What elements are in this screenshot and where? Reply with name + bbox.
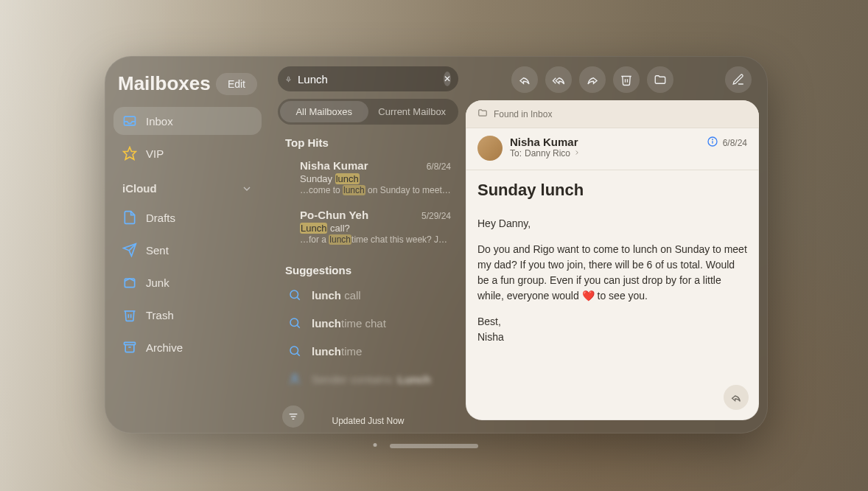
clear-search-button[interactable]: ✕ <box>444 72 451 86</box>
result-sender: Nisha Kumar <box>300 159 368 172</box>
body-close: Best, Nisha <box>477 314 747 345</box>
svg-rect-7 <box>287 77 289 80</box>
svg-point-13 <box>290 347 298 355</box>
folder-icon <box>477 108 488 120</box>
svg-point-9 <box>290 290 298 299</box>
sidebar-item-inbox[interactable]: Inbox <box>113 107 262 135</box>
sidebar-item-label: Junk <box>146 276 169 289</box>
svg-line-14 <box>297 353 299 355</box>
message-toolbar <box>466 66 759 100</box>
sidebar-item-label: VIP <box>146 147 164 160</box>
to-label: To: <box>510 148 522 159</box>
forward-button[interactable] <box>579 66 606 93</box>
svg-rect-5 <box>125 342 136 344</box>
body-main: Do you and Rigo want to come to lunch on… <box>477 242 747 304</box>
sidebar-item-trash[interactable]: Trash <box>113 301 262 329</box>
svg-marker-1 <box>124 147 136 160</box>
svg-point-21 <box>712 139 713 140</box>
suggestion-item[interactable]: lunchtime <box>278 337 458 365</box>
delete-button[interactable] <box>613 66 640 93</box>
search-input[interactable] <box>298 73 438 86</box>
edit-button[interactable]: Edit <box>216 73 257 95</box>
info-icon[interactable] <box>707 136 718 150</box>
doc-icon <box>122 210 137 225</box>
sidebar-item-vip[interactable]: VIP <box>113 139 262 167</box>
suggestion-text: lunchtime chat <box>312 317 386 330</box>
person-icon <box>288 372 301 386</box>
search-icon <box>288 344 301 358</box>
mic-icon <box>285 72 292 86</box>
reply-button[interactable] <box>511 66 538 93</box>
scope-all-mailboxes[interactable]: All Mailboxes <box>280 101 368 122</box>
archive-icon <box>122 340 137 355</box>
search-icon <box>288 316 301 330</box>
sidebar-item-junk[interactable]: Junk <box>113 268 262 296</box>
svg-point-15 <box>293 375 297 379</box>
search-result[interactable]: Po-Chun Yeh 5/29/24 Lunch call? …for a l… <box>278 203 458 252</box>
chevron-down-icon <box>241 183 253 195</box>
search-result[interactable]: Nisha Kumar 6/8/24 Sunday lunch …come to… <box>278 153 458 203</box>
svg-line-12 <box>297 325 299 327</box>
result-sender: Po-Chun Yeh <box>300 209 368 221</box>
result-preview: …come to lunch on Sunday to meet my da… <box>300 185 451 195</box>
window-handle-dot[interactable] <box>374 443 377 447</box>
sidebar-item-drafts[interactable]: Drafts <box>113 203 262 231</box>
section-label: iCloud <box>122 182 157 195</box>
compose-button[interactable] <box>725 66 752 93</box>
body-greeting: Hey Danny, <box>477 216 747 231</box>
suggestion-text: Sender contains: Lunch <box>312 373 431 386</box>
message-subject: Sunday lunch <box>466 170 759 207</box>
message-body: Hey Danny, Do you and Rigo want to come … <box>466 207 759 420</box>
send-icon <box>122 243 137 257</box>
suggestion-text: lunch call <box>312 289 361 302</box>
message-header: Nisha Kumar To: Danny Rico 6/8/24 <box>466 128 759 170</box>
trash-icon <box>122 307 137 322</box>
junk-icon <box>122 275 137 290</box>
sidebar-item-label: Archive <box>146 341 183 354</box>
svg-point-11 <box>290 318 298 327</box>
status-updated: Updated Just Now <box>332 416 404 426</box>
move-button[interactable] <box>647 66 673 93</box>
detail-pane: Found in Inbox Nisha Kumar To: Danny Ric… <box>466 56 768 433</box>
window-handle-bar[interactable] <box>390 444 478 448</box>
suggestion-item[interactable]: lunch call <box>278 281 458 309</box>
mail-window: Mailboxes Edit Inbox VIP iCloud Dr <box>105 56 768 433</box>
sidebar-header: Mailboxes Edit <box>113 72 262 102</box>
sidebar: Mailboxes Edit Inbox VIP iCloud Dr <box>105 56 270 433</box>
close-icon: ✕ <box>444 74 451 83</box>
to-line[interactable]: To: Danny Rico <box>510 148 699 159</box>
filter-button[interactable] <box>282 405 304 428</box>
result-date: 5/29/24 <box>421 211 451 221</box>
star-icon <box>122 146 137 161</box>
group-top-hits: Top Hits <box>278 125 458 153</box>
found-in-bar[interactable]: Found in Inbox <box>466 100 759 128</box>
result-subject: Lunch call? <box>300 223 451 234</box>
svg-line-10 <box>297 297 299 299</box>
search-scope-segmented[interactable]: All Mailboxes Current Mailbox <box>278 99 458 125</box>
to-name: Danny Rico <box>525 148 570 159</box>
suggestion-item-hidden[interactable]: Sender contains: Lunch <box>278 365 458 393</box>
message-date: 6/8/24 <box>723 138 747 148</box>
result-date: 6/8/24 <box>427 161 451 172</box>
reply-all-button[interactable] <box>545 66 572 93</box>
found-in-label: Found in Inbox <box>494 109 552 119</box>
sidebar-item-label: Sent <box>146 244 169 257</box>
result-subject: Sunday lunch <box>300 173 451 184</box>
tray-icon <box>122 114 137 128</box>
search-icon <box>288 288 301 302</box>
quick-reply-button[interactable] <box>724 385 749 410</box>
sidebar-item-label: Trash <box>146 309 174 321</box>
sidebar-item-sent[interactable]: Sent <box>113 236 262 264</box>
suggestion-text: lunchtime <box>312 345 362 358</box>
suggestion-item[interactable]: lunchtime chat <box>278 309 458 337</box>
sidebar-item-archive[interactable]: Archive <box>113 333 262 361</box>
search-bar[interactable]: ✕ <box>278 66 458 91</box>
from-name[interactable]: Nisha Kumar <box>510 136 699 148</box>
avatar[interactable] <box>477 136 503 161</box>
scope-current-mailbox[interactable]: Current Mailbox <box>368 101 457 122</box>
group-suggestions: Suggestions <box>278 252 458 281</box>
search-column: ✕ All Mailboxes Current Mailbox Top Hits… <box>270 56 466 433</box>
sidebar-title: Mailboxes <box>118 72 211 95</box>
sidebar-section-icloud[interactable]: iCloud <box>113 172 262 199</box>
message-card: Found in Inbox Nisha Kumar To: Danny Ric… <box>466 100 759 420</box>
